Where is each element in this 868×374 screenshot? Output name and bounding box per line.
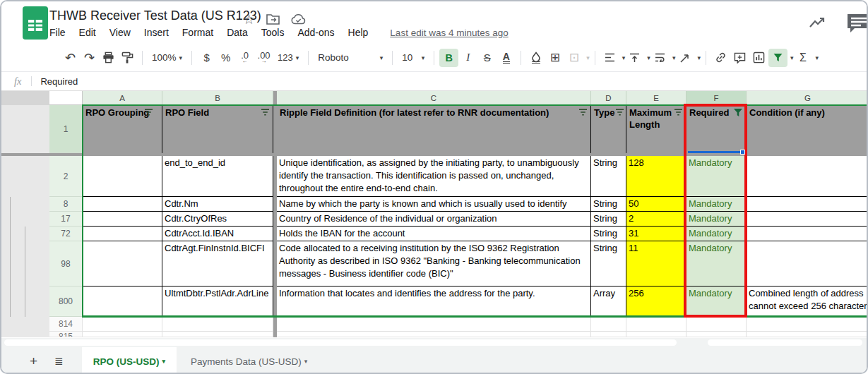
more-formats-button[interactable]: 123▾ <box>273 49 303 67</box>
star-icon[interactable]: ☆ <box>243 11 255 28</box>
cell-grouping[interactable] <box>83 332 162 337</box>
filter-lines-icon[interactable] <box>674 108 683 116</box>
format-currency-button[interactable]: $ <box>197 49 216 67</box>
cell-field[interactable]: UltmtDbtr.PstlAdr.AdrLine <box>162 286 273 317</box>
menu-item-format[interactable]: Format <box>182 27 213 38</box>
menu-item-add-ons[interactable]: Add-ons <box>297 27 334 38</box>
menu-item-data[interactable]: Data <box>227 27 248 38</box>
horizontal-scrollbar-thumb[interactable] <box>708 339 862 346</box>
row-header[interactable]: 800 <box>49 286 83 317</box>
insert-link-button[interactable] <box>711 49 730 67</box>
row-header[interactable]: 17 <box>49 212 83 227</box>
cell-field[interactable]: Cdtr.Nm <box>162 197 273 212</box>
cell-max-length[interactable]: 50 <box>626 197 686 212</box>
strikethrough-button[interactable]: S <box>477 49 497 67</box>
cell-e1[interactable]: Maximum Length <box>626 105 686 153</box>
cell-condition[interactable] <box>747 241 868 286</box>
cell-max-length[interactable]: 128 <box>626 156 686 197</box>
explore-trend-icon[interactable] <box>809 16 827 30</box>
cell-grouping[interactable] <box>83 241 162 286</box>
cell-c1[interactable]: Ripple Field Definition (for latest refe… <box>277 105 591 153</box>
document-title[interactable]: THWB Receiver Test Data (US R123) <box>49 7 261 24</box>
filter-lines-icon[interactable] <box>615 108 624 116</box>
cell-max-length[interactable]: 11 <box>626 241 686 286</box>
borders-button[interactable]: ⊞ <box>545 49 564 67</box>
cell-type[interactable]: Array <box>591 286 626 317</box>
cell-required[interactable] <box>686 317 747 332</box>
cell-definition[interactable]: Country of Residence of the individual o… <box>277 212 591 227</box>
undo-button[interactable]: ↶ <box>61 49 80 67</box>
text-color-button[interactable]: A <box>497 49 516 67</box>
cell-type[interactable] <box>591 332 626 337</box>
cell-definition[interactable]: Code allocated to a receiving institutio… <box>277 241 591 286</box>
cell-definition[interactable]: Name by which the party is known and whi… <box>277 197 591 212</box>
cell-grouping[interactable] <box>83 156 162 197</box>
text-rotation-button[interactable] <box>675 49 694 67</box>
zoom-select[interactable]: 100%▾ <box>148 49 186 67</box>
column-header-a[interactable]: A <box>83 91 162 105</box>
cell-condition[interactable] <box>747 332 868 337</box>
functions-caret-icon[interactable]: ▾ <box>815 54 819 61</box>
print-button[interactable] <box>99 49 118 67</box>
cell-max-length[interactable] <box>626 317 686 332</box>
cell-definition[interactable]: Information that locates and identifies … <box>277 286 591 317</box>
insert-comment-button[interactable] <box>730 49 749 67</box>
row-header[interactable]: 72 <box>49 227 83 241</box>
menu-item-insert[interactable]: Insert <box>144 27 169 38</box>
menu-item-help[interactable]: Help <box>348 27 369 38</box>
sheet-tab-rpo[interactable]: RPO (US-USD)▾ <box>82 347 177 374</box>
row-group-line[interactable] <box>10 197 11 317</box>
last-edit-link[interactable]: Last edit was 4 minutes ago <box>390 28 508 38</box>
fill-color-button[interactable] <box>526 49 545 67</box>
cell-type[interactable] <box>591 317 626 332</box>
row-header[interactable]: 815 <box>49 332 83 337</box>
column-header-f[interactable]: F <box>686 91 747 105</box>
cell-field[interactable]: CdtrAgt.FinInstnId.BICFI <box>162 241 273 286</box>
functions-button[interactable]: Σ <box>793 49 812 67</box>
row-group-line[interactable] <box>25 227 25 317</box>
cell-type[interactable]: String <box>591 197 626 212</box>
cell-definition[interactable]: Unique identification, as assigned by th… <box>277 156 591 197</box>
cell-definition[interactable]: Holds the IBAN for the account <box>277 227 591 241</box>
row-header[interactable]: 98 <box>49 241 83 286</box>
cell-condition[interactable]: Combined length of address cannot exceed… <box>747 286 868 317</box>
cell-condition[interactable] <box>747 227 868 241</box>
all-sheets-button[interactable]: ≣ <box>54 355 64 368</box>
menu-item-edit[interactable]: Edit <box>79 27 96 38</box>
font-select[interactable]: Roboto▾ <box>314 49 387 67</box>
cell-field[interactable] <box>162 317 273 332</box>
column-header-d[interactable]: D <box>591 91 626 105</box>
cell-a1[interactable]: RPO Grouping <box>83 105 162 153</box>
cell-type[interactable]: String <box>591 241 626 286</box>
sheets-logo-icon[interactable] <box>23 6 48 40</box>
row-header-1[interactable]: 1 <box>49 105 83 153</box>
redo-button[interactable]: ↷ <box>80 49 99 67</box>
column-header-c[interactable]: C <box>277 91 591 105</box>
formula-input[interactable]: Required <box>40 76 78 87</box>
cell-condition[interactable] <box>747 212 868 227</box>
filter-lines-icon[interactable] <box>261 108 270 116</box>
cell-field[interactable]: Cdtr.CtryOfRes <box>162 212 273 227</box>
vertical-align-button[interactable] <box>625 49 644 67</box>
cell-condition[interactable] <box>747 197 868 212</box>
font-size-select[interactable]: 10▾ <box>398 49 429 67</box>
cell-grouping[interactable] <box>83 286 162 317</box>
menu-item-tools[interactable]: Tools <box>261 27 285 38</box>
cell-definition[interactable] <box>277 317 591 332</box>
text-wrap-button[interactable] <box>650 49 670 67</box>
italic-button[interactable]: I <box>458 49 477 67</box>
menu-item-file[interactable]: File <box>49 27 66 38</box>
cell-d1[interactable]: Type <box>591 105 626 153</box>
row-header[interactable]: 8 <box>49 197 83 212</box>
row-header[interactable]: 814 <box>49 317 83 332</box>
sheet-tab-caret-icon[interactable]: ▾ <box>162 358 165 365</box>
cell-max-length[interactable] <box>626 332 686 337</box>
cell-field[interactable] <box>162 332 273 337</box>
cell-g1[interactable]: Condition (if any) <box>747 105 868 153</box>
horizontal-scrollbar-thumb[interactable] <box>4 339 677 346</box>
add-sheet-button[interactable]: + <box>30 354 37 369</box>
cell-condition[interactable] <box>747 317 868 332</box>
paint-format-button[interactable] <box>118 49 137 67</box>
cell-type[interactable]: String <box>591 227 626 241</box>
format-percent-button[interactable]: % <box>216 49 235 67</box>
